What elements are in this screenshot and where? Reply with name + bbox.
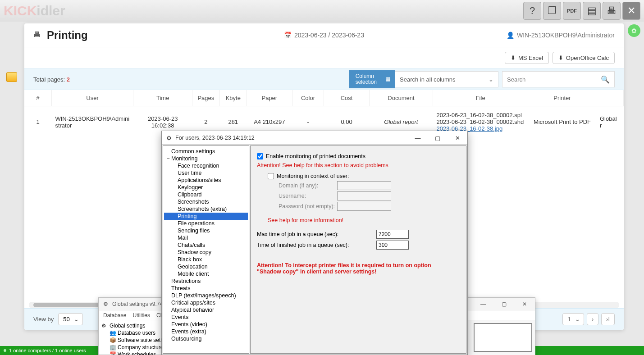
col-kbyte[interactable]: Kbyte [219,90,247,106]
username-row: Username: [279,191,460,200]
close-icon[interactable]: ✕ [622,2,640,20]
printer-icon: 🖶 [33,31,42,40]
org-icon: 🏢 [110,344,116,350]
menu-utilities[interactable]: Utilities [132,312,150,319]
tree-node[interactable]: Geolocation [164,263,248,270]
max-queue-input[interactable] [376,230,409,239]
minimize-button[interactable]: — [473,298,493,310]
col-document[interactable]: Document [369,90,433,106]
enable-monitoring-row: Enable monitoring of printed documents [257,153,460,159]
close-button[interactable]: ✕ [448,131,467,145]
search-input[interactable] [507,76,598,83]
tree-node[interactable]: Screenshots (extra) [164,205,248,213]
filter-row: Total pages: 2 Columnselection Search in… [24,68,624,90]
gear-icon: ⚙ [101,323,108,329]
max-queue-row: Max time of job in a queue (sec): [257,230,460,239]
panel-header: 🖶 Printing 📅 2023-06-23 / 2023-06-23 👤 W… [24,23,624,47]
export-excel-button[interactable]: ⬇MS Excel [505,52,549,64]
close-button[interactable]: ✕ [514,298,535,310]
tree-node[interactable]: Shadow copy [164,249,248,256]
tree-node[interactable]: Keylogger [164,184,248,191]
online-badge-icon: ✿ [628,24,640,37]
domain-input[interactable] [337,181,391,190]
download-icon: ⬇ [558,55,563,61]
tree-node[interactable]: Sending files [164,227,248,234]
help-icon[interactable]: ? [523,2,541,20]
tree-node[interactable]: −Monitoring [164,155,248,162]
notification-badge[interactable] [6,72,17,82]
col-user[interactable]: User [51,90,133,106]
next-page-button[interactable]: › [587,313,598,325]
gear-icon: ⚙ [103,301,110,307]
user-context-checkbox[interactable] [268,173,274,179]
username-input[interactable] [337,191,391,200]
app-toolbar: KICKidler ? ❐ PDF ▤ 🖶 ✕ [0,0,644,22]
fin-queue-row: Time of finished job in a queue (sec): [257,241,460,250]
col-num[interactable]: # [24,90,51,106]
tree-node[interactable]: Chats/calls [164,241,248,249]
maximize-button[interactable]: ▢ [493,298,514,310]
col-printer[interactable]: Printer [528,90,596,106]
tree-node[interactable]: User time [164,169,248,177]
tree-node[interactable]: Black box [164,256,248,263]
tree-node[interactable]: DLP (text/images/speech) [164,292,248,299]
domain-row: Domain (if any): [279,181,460,190]
last-page-button[interactable]: ›I [601,313,615,325]
password-row: Password (not empty): [279,202,460,211]
password-input[interactable] [337,202,391,211]
maximize-button[interactable]: ▢ [428,131,448,145]
col-file[interactable]: File [433,90,528,106]
for-users-dialog: ⚙ For users, 2023-06-23 14:19:12 — ▢ ✕ C… [161,131,468,355]
col-color[interactable]: Color [292,90,324,106]
menu-database[interactable]: Database [103,312,126,319]
tree-node[interactable]: Atypical behavior [164,306,248,314]
minimize-button[interactable]: — [408,131,428,145]
page-preview [474,323,532,352]
menu-cl[interactable]: Cl [156,312,161,319]
total-pages: Total pages: 2 [33,76,70,83]
tree-node[interactable]: Critical apps/sites [164,299,248,306]
tree-node[interactable]: Face recognition [164,162,248,169]
tree-node[interactable]: Events (extra) [164,328,248,335]
settings-pane: Enable monitoring of printed documents A… [250,146,466,354]
column-selection-button[interactable]: Columnselection [349,70,395,88]
tree-node[interactable]: Mobile client [164,270,248,278]
col-extra[interactable] [596,90,624,106]
settings-tree: Common settings−MonitoringFace recogniti… [163,146,249,354]
tree-node[interactable]: Clipboard [164,191,248,198]
tree-node[interactable]: Mail [164,234,248,241]
archive-icon[interactable]: ▤ [583,2,601,20]
print-icon[interactable]: 🖶 [603,2,621,20]
tree-node[interactable]: Events (video) [164,321,248,328]
col-paper[interactable]: Paper [247,90,292,106]
tree-node[interactable]: Outsourcing [164,335,248,342]
user-context-row: Monitoring in context of user: [268,173,460,179]
app-logo: KICKidler [4,3,65,18]
export-toolbar: ⬇MS Excel ⬇OpenOffice Calc [24,47,624,68]
enable-monitoring-checkbox[interactable] [257,153,263,159]
pdf-icon[interactable]: PDF [563,2,581,20]
tree-node[interactable]: Threats [164,285,248,292]
fin-queue-input[interactable] [376,241,409,250]
users-icon: 👥 [110,330,116,336]
warning-text: Attention! See help for this section to … [257,162,460,168]
calendar-icon: 📅 [284,32,292,39]
user-icon: 👤 [507,32,514,39]
page-size-select[interactable]: 50 [58,313,82,325]
tree-node[interactable]: Applications/sites [164,177,248,184]
warning-text: Attention! To intercept printer files it… [257,262,451,275]
search-column-select[interactable]: Search in all columns [395,71,498,87]
col-cost[interactable]: Cost [324,90,370,106]
copy-icon[interactable]: ❐ [543,2,561,20]
tree-node[interactable]: Events [164,314,248,321]
page-number-select[interactable]: 1⌄ [562,313,584,325]
export-calc-button[interactable]: ⬇OpenOffice Calc [553,52,615,64]
tree-node[interactable]: File operations [164,220,248,227]
tree-node[interactable]: Common settings [164,148,248,155]
date-range[interactable]: 📅 2023-06-23 / 2023-06-23 [284,32,364,39]
tree-node[interactable]: Printing [164,213,248,220]
tree-node[interactable]: Screenshots [164,198,248,205]
tree-node[interactable]: Restrictions [164,278,248,285]
col-pages[interactable]: Pages [192,90,219,106]
col-time[interactable]: Time [133,90,192,106]
